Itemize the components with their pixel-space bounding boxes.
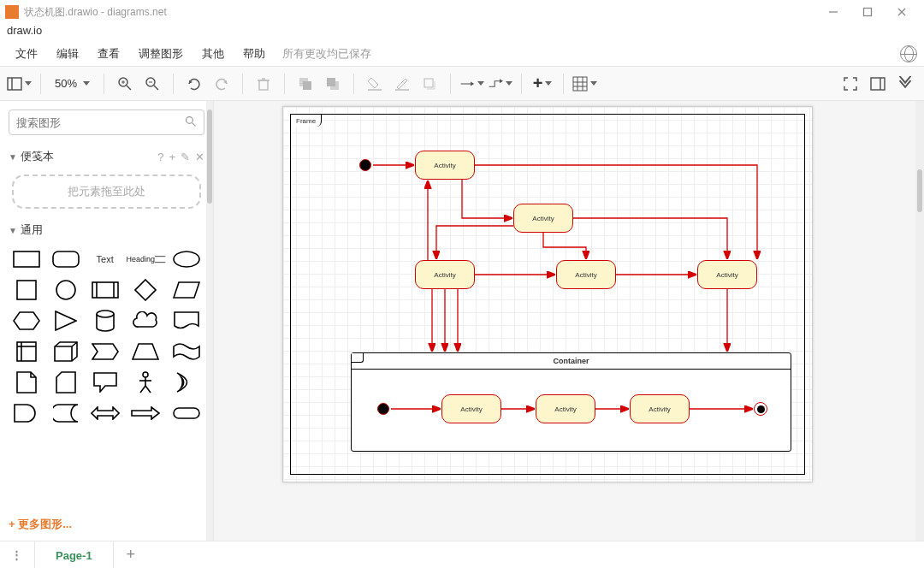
scratchpad-header[interactable]: ▼ 便笺本 ? + ✎ ✕ — [0, 144, 213, 169]
canvas-area[interactable]: Frame Activity Activity Activity Activit… — [214, 101, 924, 541]
shape-arrow-right[interactable] — [127, 400, 166, 426]
shape-tape[interactable] — [169, 339, 204, 364]
shape-document[interactable] — [169, 308, 204, 334]
language-icon[interactable] — [900, 45, 917, 62]
edit-icon[interactable]: ✎ — [181, 151, 190, 163]
container-shape[interactable]: Container Activity Activity Activity — [351, 352, 791, 452]
shape-data-storage[interactable] — [48, 400, 84, 426]
search-field[interactable] — [16, 116, 185, 129]
toolbar: 50% + — [0, 67, 924, 101]
container-activity-3[interactable]: Activity — [630, 394, 690, 423]
container-start-node[interactable] — [377, 403, 389, 415]
shape-arrow-both[interactable] — [87, 400, 123, 426]
shape-step[interactable] — [87, 339, 123, 364]
shape-triangle[interactable] — [48, 308, 84, 334]
shape-trapezoid[interactable] — [127, 339, 166, 364]
shape-parallelogram[interactable] — [169, 277, 204, 303]
container-activity-2[interactable]: Activity — [536, 394, 595, 423]
shape-internal-storage[interactable] — [9, 339, 44, 364]
close-icon[interactable]: ✕ — [195, 151, 204, 163]
shape-actor[interactable] — [127, 370, 166, 395]
menu-file[interactable]: 文件 — [7, 43, 46, 65]
svg-line-48 — [140, 386, 145, 393]
shape-diamond[interactable] — [127, 277, 166, 303]
diagram-canvas[interactable]: Frame Activity Activity Activity Activit… — [282, 106, 813, 482]
menu-bar: 文件 编辑 查看 调整图形 其他 帮助 所有更改均已保存 — [0, 41, 924, 67]
shape-circle[interactable] — [48, 277, 84, 303]
collapse-button[interactable] — [893, 72, 917, 96]
minimize-button[interactable] — [816, 0, 850, 24]
svg-rect-1 — [864, 9, 872, 16]
menu-view[interactable]: 查看 — [89, 43, 128, 65]
page-bar: ⋮ Page-1 + — [0, 541, 924, 568]
insert-button[interactable]: + — [530, 72, 554, 96]
general-shapes-header[interactable]: ▼ 通用 — [0, 217, 213, 243]
connection-button[interactable] — [459, 72, 484, 96]
menu-help[interactable]: 帮助 — [234, 43, 274, 65]
to-front-button[interactable] — [293, 72, 317, 96]
shape-or[interactable] — [169, 370, 204, 395]
table-button[interactable] — [572, 72, 597, 96]
activity-2[interactable]: Activity — [513, 204, 573, 233]
more-shapes-button[interactable]: + 更多图形... — [0, 508, 213, 541]
maximize-button[interactable] — [850, 0, 885, 24]
shape-process[interactable] — [87, 277, 123, 303]
sidebar-toggle-button[interactable] — [7, 72, 32, 96]
activity-3[interactable]: Activity — [415, 260, 475, 289]
zoom-in-button[interactable] — [113, 72, 137, 96]
page-tab-1[interactable]: Page-1 — [34, 541, 114, 568]
waypoint-button[interactable] — [488, 72, 512, 96]
activity-5[interactable]: Activity — [697, 260, 757, 289]
svg-rect-36 — [17, 281, 36, 299]
fullscreen-button[interactable] — [838, 72, 862, 96]
to-back-button[interactable] — [321, 72, 345, 96]
zoom-out-button[interactable] — [140, 72, 164, 96]
shape-cube[interactable] — [48, 339, 84, 364]
container-activity-1[interactable]: Activity — [441, 394, 501, 423]
redo-button[interactable] — [210, 72, 234, 96]
frame-shape[interactable]: Frame Activity Activity Activity Activit… — [290, 114, 805, 475]
help-icon[interactable]: ? — [157, 151, 163, 163]
undo-button[interactable] — [182, 72, 206, 96]
shape-rectangle[interactable] — [9, 246, 44, 272]
shape-link[interactable] — [169, 400, 204, 426]
shape-text[interactable]: Text — [87, 246, 123, 272]
shape-cylinder[interactable] — [87, 308, 123, 334]
menu-edit[interactable]: 编辑 — [48, 43, 87, 65]
canvas-scrollbar[interactable] — [915, 101, 924, 541]
sidebar-scrollbar[interactable] — [206, 101, 213, 541]
shape-and[interactable] — [9, 400, 44, 426]
line-color-button[interactable] — [390, 72, 414, 96]
shape-textbox[interactable]: Heading━━━━━━ — [127, 246, 166, 272]
svg-rect-21 — [395, 89, 409, 91]
scratchpad-dropzone[interactable]: 把元素拖至此处 — [12, 175, 201, 209]
start-node[interactable] — [359, 159, 371, 171]
shape-square[interactable] — [9, 277, 44, 303]
activity-4[interactable]: Activity — [556, 260, 616, 289]
add-icon[interactable]: + — [169, 151, 175, 163]
shape-cloud[interactable] — [127, 308, 166, 334]
zoom-dropdown[interactable]: 50% — [50, 77, 95, 90]
menu-other[interactable]: 其他 — [193, 43, 233, 65]
shadow-button[interactable] — [418, 72, 441, 96]
fill-color-button[interactable] — [363, 72, 387, 96]
format-panel-button[interactable] — [866, 72, 890, 96]
container-end-node[interactable] — [754, 402, 767, 416]
shape-callout[interactable] — [87, 370, 123, 395]
close-button[interactable] — [885, 0, 919, 24]
search-shapes-input[interactable] — [9, 109, 204, 135]
shape-hexagon[interactable] — [9, 308, 44, 334]
svg-point-45 — [143, 372, 148, 377]
delete-button[interactable] — [252, 72, 275, 96]
shape-ellipse[interactable] — [169, 246, 204, 272]
svg-rect-4 — [8, 78, 21, 90]
svg-rect-24 — [573, 77, 587, 91]
activity-1[interactable]: Activity — [415, 151, 475, 180]
shape-rounded-rect[interactable] — [48, 246, 84, 272]
menu-adjust-shapes[interactable]: 调整图形 — [130, 43, 192, 65]
shape-note[interactable] — [9, 370, 44, 395]
add-page-button[interactable]: + — [114, 546, 148, 564]
pages-menu-button[interactable]: ⋮ — [0, 548, 34, 561]
save-status: 所有更改均已保存 — [282, 46, 371, 62]
shape-card[interactable] — [48, 370, 84, 395]
